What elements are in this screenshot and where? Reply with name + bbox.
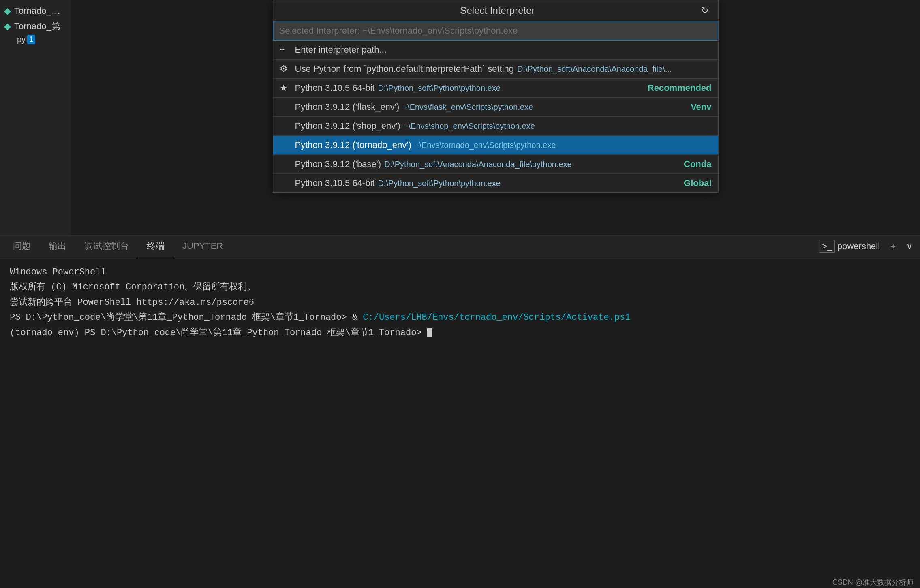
interpreter-list-item[interactable]: + Enter interpreter path... <box>273 41 718 59</box>
terminal-shell-label: powershell <box>837 241 880 252</box>
item-tag: Venv <box>691 102 711 112</box>
item-main: Python 3.9.12 ('flask_env') ~\Envs\flask… <box>295 102 691 112</box>
item-path: D:\Python_soft\Anaconda\Anaconda_file\..… <box>517 64 672 74</box>
terminal-shell-type[interactable]: >_ powershell <box>816 238 883 254</box>
bottom-bar-label: CSDN @准大数据分析师 <box>832 578 914 586</box>
terminal-tab-actions: >_ powershell + ∨ <box>816 238 916 254</box>
interpreter-list-item[interactable]: Python 3.9.12 ('flask_env') ~\Envs\flask… <box>273 97 718 116</box>
select-interpreter-dialog: Select Interpreter ↻ + Enter interpreter… <box>273 0 719 193</box>
sidebar: ◆ Tornado_第一 ◆ Tornado_第 py 1 <box>0 0 71 235</box>
terminal-chevron-button[interactable]: ∨ <box>903 239 916 253</box>
bottom-bar: CSDN @准大数据分析师 <box>826 577 920 588</box>
terminal-panel: 问题输出调试控制台终端JUPYTER >_ powershell + ∨ Win… <box>0 235 920 588</box>
dialog-overlay: Select Interpreter ↻ + Enter interpreter… <box>71 0 920 235</box>
item-path: ~\Envs\flask_env\Scripts\python.exe <box>402 103 533 112</box>
terminal-line: Windows PowerShell <box>10 265 910 280</box>
item-name: Python 3.9.12 ('base') <box>295 159 381 169</box>
interpreter-search-input[interactable] <box>273 21 718 41</box>
terminal-line: (tornado_env) PS D:\Python_code\尚学堂\第11章… <box>10 325 910 340</box>
item-main: Python 3.10.5 64-bit D:\Python_soft\Pyth… <box>295 83 648 93</box>
item-icon: ⚙ <box>280 64 291 74</box>
sidebar-item-label-second: Tornado_第 <box>14 20 60 32</box>
terminal-tab-问题[interactable]: 问题 <box>4 235 40 257</box>
terminal-body[interactable]: Windows PowerShell版权所有 (C) Microsoft Cor… <box>0 257 920 588</box>
item-icon: ★ <box>280 83 291 93</box>
interpreter-list-item[interactable]: Python 3.9.12 ('base') D:\Python_soft\An… <box>273 154 718 173</box>
interpreter-list: + Enter interpreter path... ⚙ Use Python… <box>273 41 718 192</box>
item-icon: + <box>280 45 291 55</box>
interpreter-list-item[interactable]: Python 3.9.12 ('shop_env') ~\Envs\shop_e… <box>273 116 718 135</box>
interpreter-list-item[interactable]: Python 3.10.5 64-bit D:\Python_soft\Pyth… <box>273 173 718 192</box>
sidebar-sub-row: py 1 <box>0 34 71 45</box>
terminal-tab-终端[interactable]: 终端 <box>138 235 173 257</box>
item-tag: Recommended <box>648 83 712 93</box>
sidebar-item-label-first: Tornado_第一 <box>14 5 67 17</box>
item-main: Python 3.9.12 ('base') D:\Python_soft\An… <box>295 159 684 169</box>
sidebar-item-tornado-first[interactable]: ◆ Tornado_第一 <box>0 3 71 19</box>
item-path: D:\Python_soft\Anaconda\Anaconda_file\py… <box>384 160 572 169</box>
terminal-add-button[interactable]: + <box>887 239 899 253</box>
sidebar-file-label: py <box>17 35 26 44</box>
interpreter-list-item[interactable]: ⚙ Use Python from `python.defaultInterpr… <box>273 59 718 78</box>
terminal-text-part: C:/Users/LHB/Envs/tornado_env/Scripts/Ac… <box>363 312 630 323</box>
item-main: Python 3.9.12 ('tornado_env') ~\Envs\tor… <box>295 140 712 150</box>
item-path: ~\Envs\shop_env\Scripts\python.exe <box>404 122 535 131</box>
terminal-line: 版权所有 (C) Microsoft Corporation。保留所有权利。 <box>10 280 910 295</box>
terminal-tab-输出[interactable]: 输出 <box>40 235 75 257</box>
item-path: D:\Python_soft\Python\python.exe <box>378 83 500 93</box>
item-main: Use Python from `python.defaultInterpret… <box>295 64 712 74</box>
terminal-cursor <box>427 328 432 337</box>
item-name: Python 3.9.12 ('shop_env') <box>295 121 400 131</box>
item-name: Python 3.10.5 64-bit <box>295 83 375 93</box>
terminal-tab-调试控制台[interactable]: 调试控制台 <box>75 235 138 257</box>
terminal-tabs-bar: 问题输出调试控制台终端JUPYTER >_ powershell + ∨ <box>0 235 920 257</box>
item-main: Python 3.9.12 ('shop_env') ~\Envs\shop_e… <box>295 121 712 131</box>
dialog-refresh-button[interactable]: ↻ <box>699 4 711 17</box>
dialog-header: Select Interpreter ↻ <box>273 0 718 21</box>
item-name: Enter interpreter path... <box>295 45 387 55</box>
tornado-second-icon: ◆ <box>4 21 11 32</box>
terminal-tab-jupyter[interactable]: JUPYTER <box>173 235 232 257</box>
item-name: Python 3.9.12 ('tornado_env') <box>295 140 411 150</box>
interpreter-list-item[interactable]: ★ Python 3.10.5 64-bit D:\Python_soft\Py… <box>273 78 718 97</box>
item-main: Enter interpreter path... <box>295 45 712 55</box>
terminal-shell-icon: >_ <box>819 240 835 253</box>
main-area: Select Interpreter ↻ + Enter interpreter… <box>71 0 920 235</box>
tornado-first-icon: ◆ <box>4 6 11 16</box>
terminal-line: PS D:\Python_code\尚学堂\第11章_Python_Tornad… <box>10 310 910 325</box>
dialog-title: Select Interpreter <box>297 5 699 16</box>
interpreter-list-item[interactable]: Python 3.9.12 ('tornado_env') ~\Envs\tor… <box>273 135 718 154</box>
item-path: ~\Envs\tornado_env\Scripts\python.exe <box>415 141 556 150</box>
item-tag: Conda <box>684 159 711 169</box>
sidebar-badge: 1 <box>27 35 35 44</box>
item-name: Use Python from `python.defaultInterpret… <box>295 64 514 74</box>
terminal-text-part: PS D:\Python_code\尚学堂\第11章_Python_Tornad… <box>10 312 363 323</box>
item-tag: Global <box>684 178 711 188</box>
item-main: Python 3.10.5 64-bit D:\Python_soft\Pyth… <box>295 178 684 188</box>
item-path: D:\Python_soft\Python\python.exe <box>378 179 500 188</box>
item-name: Python 3.10.5 64-bit <box>295 178 375 188</box>
item-name: Python 3.9.12 ('flask_env') <box>295 102 400 112</box>
terminal-line: 尝试新的跨平台 PowerShell https://aka.ms/pscore… <box>10 295 910 310</box>
sidebar-item-tornado-second[interactable]: ◆ Tornado_第 <box>0 19 71 34</box>
